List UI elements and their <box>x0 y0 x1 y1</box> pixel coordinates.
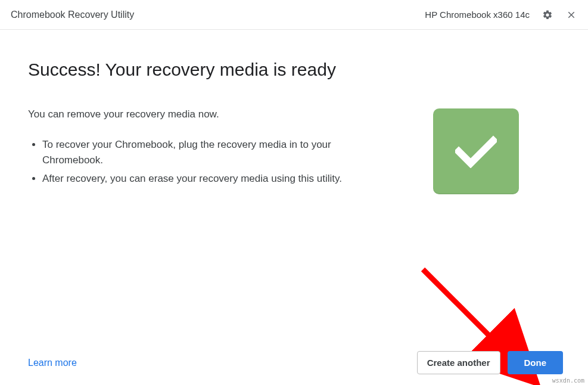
device-name: HP Chromebook x360 14c <box>425 10 530 20</box>
done-button[interactable]: Done <box>508 351 564 374</box>
intro-text: You can remove your recovery media now. <box>28 108 409 120</box>
list-item: After recovery, you can erase your recov… <box>42 171 352 187</box>
footer-bar: Learn more Create another Done <box>28 351 563 374</box>
close-icon[interactable] <box>565 9 577 21</box>
text-column: You can remove your recovery media now. … <box>28 108 409 189</box>
steps-list: To recover your Chromebook, plug the rec… <box>28 137 409 187</box>
svg-line-0 <box>423 269 518 365</box>
footer-buttons: Create another Done <box>417 351 563 374</box>
learn-more-link[interactable]: Learn more <box>28 358 77 368</box>
body-row: You can remove your recovery media now. … <box>28 108 561 194</box>
gear-icon[interactable] <box>542 9 553 21</box>
success-checkmark-icon <box>433 108 519 194</box>
main-content: Success! Your recovery media is ready Yo… <box>0 30 588 385</box>
create-another-button[interactable]: Create another <box>417 351 500 374</box>
watermark-text: wsxdn.com <box>552 377 584 384</box>
list-item: To recover your Chromebook, plug the rec… <box>42 137 352 169</box>
app-title: Chromebook Recovery Utility <box>11 10 134 20</box>
page-title: Success! Your recovery media is ready <box>28 60 561 80</box>
header-actions: HP Chromebook x360 14c <box>425 9 577 21</box>
app-header: Chromebook Recovery Utility HP Chromeboo… <box>0 0 588 30</box>
